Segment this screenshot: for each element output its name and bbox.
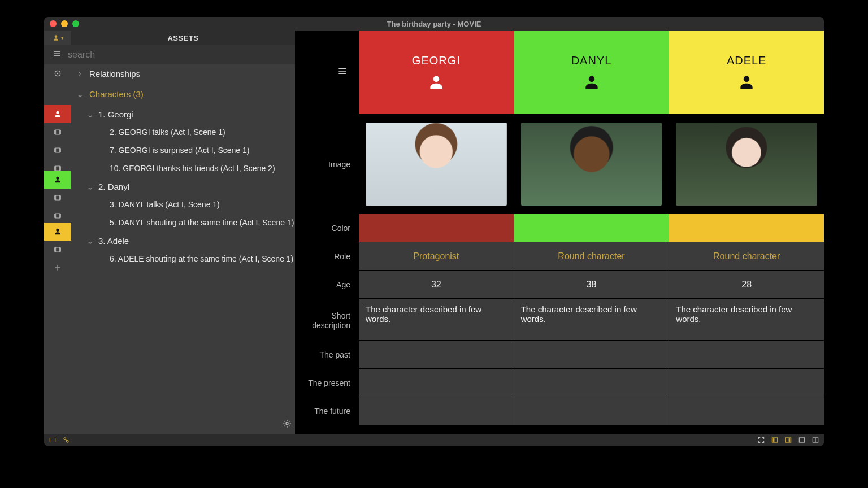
attr-label-future: The future bbox=[295, 396, 358, 425]
filter-menu-icon[interactable] bbox=[52, 49, 62, 61]
tree-scene[interactable]: 6. ADELE shouting at the same time (Act … bbox=[76, 250, 295, 268]
cell-short-desc[interactable]: The character described in few words. bbox=[514, 298, 669, 340]
character-header[interactable]: DANYL bbox=[514, 30, 669, 114]
tree-relationships[interactable]: › Relationships bbox=[76, 64, 295, 82]
tree-label: 5. DANYL shouting at the same time (Act … bbox=[110, 218, 294, 227]
cell-color[interactable] bbox=[669, 213, 824, 242]
character-chip-adele[interactable] bbox=[44, 223, 71, 241]
tree-character-adele[interactable]: ⌄ 3. Adele bbox=[76, 232, 295, 250]
tree-label: 7. GEORGI is surprised (Act I, Scene 1) bbox=[110, 146, 249, 155]
tree-label: 6. ADELE shouting at the same time (Act … bbox=[110, 254, 293, 263]
tree-label: 1. Georgi bbox=[98, 110, 133, 119]
cell-future[interactable] bbox=[359, 396, 514, 425]
tree-label: Characters (3) bbox=[89, 89, 144, 99]
attr-label-short-desc: Short description bbox=[295, 298, 358, 340]
svg-rect-15 bbox=[789, 438, 791, 442]
scene-gutter-icon bbox=[44, 189, 71, 207]
character-header[interactable]: ADELE bbox=[669, 30, 824, 114]
search-input[interactable] bbox=[68, 50, 295, 60]
status-scene-icon[interactable] bbox=[49, 436, 57, 444]
window-body: ▾ ASSETS bbox=[44, 30, 824, 434]
cell-role[interactable]: Round character bbox=[669, 242, 824, 270]
attr-label-age: Age bbox=[295, 270, 358, 298]
cell-age[interactable]: 28 bbox=[669, 270, 824, 298]
cell-age[interactable]: 32 bbox=[359, 270, 514, 298]
svg-rect-13 bbox=[773, 438, 775, 442]
status-layout1-icon[interactable] bbox=[771, 436, 779, 444]
attr-label-role: Role bbox=[295, 242, 358, 270]
user-menu-button[interactable]: ▾ bbox=[44, 30, 71, 45]
portrait-image bbox=[676, 123, 817, 206]
tree-label: 2. GEORGI talks (Act I, Scene 1) bbox=[110, 128, 225, 137]
character-chip-georgi[interactable] bbox=[44, 105, 71, 123]
cell-image[interactable] bbox=[669, 114, 824, 213]
tree-label: 2. Danyl bbox=[98, 182, 129, 191]
svg-point-8 bbox=[286, 422, 288, 425]
cell-role[interactable]: Protagonist bbox=[359, 242, 514, 270]
status-fullscreen-icon[interactable] bbox=[757, 436, 765, 444]
character-chip-danyl[interactable] bbox=[44, 171, 71, 189]
portrait-image bbox=[521, 123, 662, 206]
sidebar-gutter bbox=[44, 64, 71, 434]
tree-scene[interactable]: 10. GEORGI thanks his friends (Act I, Sc… bbox=[76, 159, 295, 177]
scene-gutter-icon bbox=[44, 123, 71, 141]
sidebar: ▾ ASSETS bbox=[44, 30, 295, 434]
status-layout3-icon[interactable] bbox=[798, 436, 806, 444]
character-name: ADELE bbox=[727, 54, 767, 67]
cell-past[interactable] bbox=[514, 340, 669, 368]
svg-point-1 bbox=[57, 73, 59, 75]
attr-label-color: Color bbox=[295, 213, 358, 242]
window-title: The birthday party - MOVIE bbox=[44, 20, 824, 28]
tree-scene[interactable]: 7. GEORGI is surprised (Act I, Scene 1) bbox=[76, 141, 295, 159]
tree-scene[interactable]: 5. DANYL shouting at the same time (Act … bbox=[76, 213, 295, 232]
cell-past[interactable] bbox=[669, 340, 824, 368]
cell-future[interactable] bbox=[669, 396, 824, 425]
sidebar-header: ▾ ASSETS bbox=[44, 30, 295, 45]
tree-scene[interactable]: 2. GEORGI talks (Act I, Scene 1) bbox=[76, 123, 295, 141]
tree-label: 3. DANYL talks (Act I, Scene 1) bbox=[110, 200, 220, 209]
tree-label: 3. Adele bbox=[98, 236, 129, 246]
cell-age[interactable]: 38 bbox=[514, 270, 669, 298]
svg-rect-16 bbox=[799, 438, 804, 442]
relationships-gutter-icon[interactable] bbox=[44, 64, 71, 82]
cell-present[interactable] bbox=[514, 368, 669, 396]
cell-image[interactable] bbox=[359, 114, 514, 213]
person-icon bbox=[583, 73, 601, 91]
character-column-danyl: DANYL Round character 38 The character d… bbox=[514, 30, 669, 434]
status-layout2-icon[interactable] bbox=[784, 436, 792, 444]
tree-character-danyl[interactable]: ⌄ 2. Danyl bbox=[76, 177, 295, 195]
attribute-column: Image Color Role Age Short description T… bbox=[295, 30, 358, 434]
tree-label: Relationships bbox=[89, 69, 140, 79]
person-icon bbox=[737, 73, 756, 91]
scene-gutter-icon bbox=[44, 241, 71, 259]
add-asset-button[interactable] bbox=[44, 259, 71, 277]
grid-menu-icon[interactable] bbox=[337, 66, 348, 79]
svg-rect-9 bbox=[50, 438, 55, 442]
tree-character-georgi[interactable]: ⌄ 1. Georgi bbox=[76, 105, 295, 123]
character-column-georgi: GEORGI Protagonist 32 The character desc… bbox=[358, 30, 514, 434]
tree-scene[interactable]: 3. DANYL talks (Act I, Scene 1) bbox=[76, 195, 295, 213]
character-name: GEORGI bbox=[412, 54, 461, 67]
tree-label: 10. GEORGI thanks his friends (Act I, Sc… bbox=[110, 164, 275, 173]
attr-label-image: Image bbox=[295, 114, 358, 213]
cell-color[interactable] bbox=[514, 213, 669, 242]
cell-image[interactable] bbox=[514, 114, 669, 213]
sidebar-search-row bbox=[44, 45, 295, 64]
cell-role[interactable]: Round character bbox=[514, 242, 669, 270]
tree-characters[interactable]: ⌄ Characters (3) bbox=[76, 82, 295, 105]
cell-past[interactable] bbox=[359, 340, 514, 368]
cell-future[interactable] bbox=[514, 396, 669, 425]
cell-present[interactable] bbox=[669, 368, 824, 396]
cell-short-desc[interactable]: The character described in few words. bbox=[359, 298, 514, 340]
scene-gutter-icon bbox=[44, 141, 71, 159]
sidebar-tree[interactable]: › Relationships ⌄ Characters (3) ⌄ 1. Ge… bbox=[44, 64, 295, 434]
character-header[interactable]: GEORGI bbox=[359, 30, 514, 114]
cell-present[interactable] bbox=[359, 368, 514, 396]
character-name: DANYL bbox=[571, 54, 612, 67]
portrait-image bbox=[366, 123, 507, 206]
cell-color[interactable] bbox=[359, 213, 514, 242]
sidebar-settings-icon[interactable] bbox=[283, 419, 292, 430]
status-link-icon[interactable] bbox=[62, 436, 70, 444]
cell-short-desc[interactable]: The character described in few words. bbox=[669, 298, 824, 340]
status-layout4-icon[interactable] bbox=[811, 436, 819, 444]
